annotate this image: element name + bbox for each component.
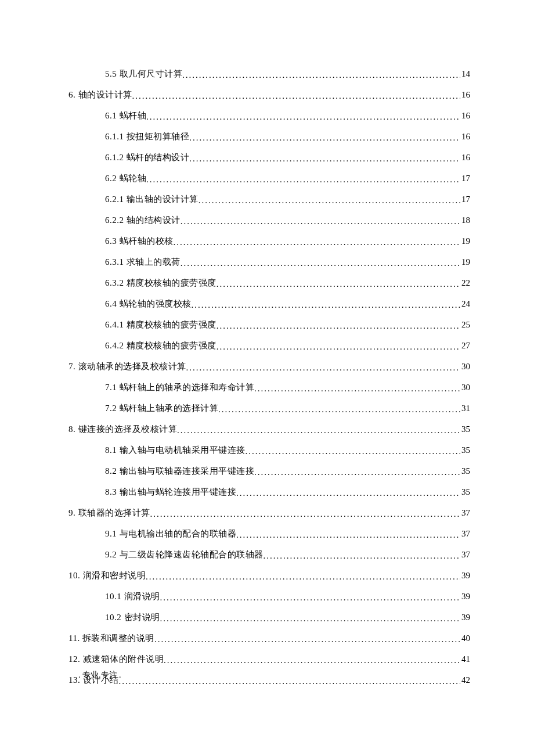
toc-leader-dots: [217, 321, 460, 330]
toc-entry: 10.2 密封说明 39: [68, 612, 470, 623]
toc-label: 5.5 取几何尺寸计算: [105, 69, 182, 80]
toc-entry: 10.1 润滑说明 39: [68, 591, 470, 602]
toc-label: 6.2.2 轴的结构设计: [105, 215, 181, 226]
toc-page-number: 24: [460, 299, 470, 309]
toc-entry: 8. 键连接的选择及校核计算 35: [68, 424, 470, 435]
toc-leader-dots: [186, 363, 461, 372]
toc-page-number: 35: [460, 466, 470, 476]
toc-leader-dots: [160, 593, 461, 602]
toc-page-number: 41: [460, 654, 470, 664]
toc-label: 6.4 蜗轮轴的强度校核: [105, 298, 192, 309]
toc-leader-dots: [150, 509, 461, 519]
toc-label: 6.2 蜗轮轴: [105, 173, 146, 184]
toc-entry: 6.2.1 输出轴的设计计算 17: [68, 194, 470, 205]
toc-page-number: 18: [460, 215, 470, 225]
toc-leader-dots: [217, 279, 460, 289]
toc-page-number: 17: [460, 174, 470, 183]
toc-label: 6.4.1 精度校核轴的疲劳强度: [105, 319, 217, 330]
toc-entry: 9.2 与二级齿轮降速齿轮轴配合的联轴器 37: [68, 549, 470, 560]
toc-entry: 6.3 蜗杆轴的校核 19: [68, 236, 470, 247]
toc-label: 7.2 蜗杆轴上轴承的选择计算: [105, 403, 218, 414]
toc-entry: 6.4.2 精度校核轴的疲劳强度 27: [68, 340, 470, 351]
table-of-contents: 5.5 取几何尺寸计算 146. 轴的设计计算 166.1 蜗杆轴 166.1.…: [68, 69, 470, 686]
toc-entry: 11. 拆装和调整的说明 40: [68, 633, 470, 644]
toc-page-number: 35: [460, 487, 470, 497]
toc-page-number: 40: [460, 633, 470, 643]
document-page: 5.5 取几何尺寸计算 146. 轴的设计计算 166.1 蜗杆轴 166.1.…: [0, 0, 534, 756]
toc-page-number: 30: [460, 383, 470, 393]
toc-label: 8.3 输出轴与蜗轮连接用平键连接: [105, 487, 236, 498]
page-footer: . 专业.专注 .: [78, 670, 121, 681]
toc-leader-dots: [182, 70, 460, 80]
toc-page-number: 39: [460, 613, 470, 622]
toc-leader-dots: [146, 175, 460, 184]
toc-label: 10.1 润滑说明: [105, 591, 160, 602]
toc-page-number: 37: [460, 529, 470, 539]
toc-leader-dots: [218, 405, 460, 414]
toc-page-number: 22: [460, 278, 470, 288]
toc-label: 10. 润滑和密封说明: [68, 570, 146, 581]
toc-leader-dots: [236, 530, 460, 539]
toc-entry: 6.1.2 蜗杆的结构设计 16: [68, 152, 470, 163]
toc-leader-dots: [246, 447, 461, 456]
toc-page-number: 16: [460, 111, 470, 121]
toc-page-number: 16: [460, 132, 470, 142]
toc-label: 9.2 与二级齿轮降速齿轮轴配合的联轴器: [105, 549, 264, 560]
toc-label: 6.4.2 精度校核轴的疲劳强度: [105, 340, 217, 351]
toc-entry: 8.1 输入轴与电动机轴采用平键连接 35: [68, 445, 470, 456]
toc-entry: 7.2 蜗杆轴上轴承的选择计算 31: [68, 403, 470, 414]
toc-leader-dots: [189, 154, 460, 163]
toc-leader-dots: [199, 196, 460, 205]
toc-page-number: 37: [460, 550, 470, 560]
toc-entry: 8.2 输出轴与联轴器连接采用平键连接 35: [68, 466, 470, 477]
toc-entry: 6.4 蜗轮轴的强度校核 24: [68, 298, 470, 309]
toc-leader-dots: [177, 426, 460, 435]
toc-entry: 8.3 输出轴与蜗轮连接用平键连接 35: [68, 487, 470, 498]
toc-label: 8. 键连接的选择及校核计算: [68, 424, 177, 435]
toc-entry: 13. 设计小结 42: [68, 675, 470, 686]
toc-leader-dots: [154, 635, 460, 644]
toc-page-number: 35: [460, 424, 470, 434]
toc-entry: 6.3.1 求轴上的载荷 19: [68, 257, 470, 268]
toc-entry: 6. 轴的设计计算 16: [68, 89, 470, 100]
toc-label: 6.2.1 输出轴的设计计算: [105, 194, 199, 205]
toc-page-number: 30: [460, 362, 470, 372]
toc-label: 11. 拆装和调整的说明: [68, 633, 154, 644]
toc-page-number: 37: [460, 508, 470, 518]
toc-entry: 9.1 与电机输出轴的配合的联轴器 37: [68, 528, 470, 539]
toc-entry: 10. 润滑和密封说明 39: [68, 570, 470, 581]
toc-page-number: 19: [460, 236, 470, 246]
toc-leader-dots: [192, 300, 461, 309]
toc-entry: 7. 滚动轴承的选择及校核计算 30: [68, 361, 470, 372]
toc-entry: 6.4.1 精度校核轴的疲劳强度 25: [68, 319, 470, 330]
toc-page-number: 17: [460, 195, 470, 204]
toc-page-number: 39: [460, 592, 470, 602]
toc-leader-dots: [181, 258, 460, 268]
toc-entry: 6.2 蜗轮轴 17: [68, 173, 470, 184]
toc-leader-dots: [119, 676, 461, 686]
toc-page-number: 27: [460, 341, 470, 351]
toc-entry: 9. 联轴器的选择计算 37: [68, 507, 470, 519]
toc-leader-dots: [254, 467, 460, 477]
toc-label: 12. 减速箱体的附件说明: [68, 654, 164, 665]
toc-entry: 6.1 蜗杆轴 16: [68, 110, 470, 121]
toc-page-number: 35: [460, 445, 470, 455]
toc-page-number: 16: [460, 90, 470, 100]
toc-page-number: 39: [460, 571, 470, 581]
toc-leader-dots: [189, 133, 460, 142]
toc-label: 6. 轴的设计计算: [68, 89, 132, 100]
toc-label: 7.1 蜗杆轴上的轴承的选择和寿命计算: [105, 382, 254, 393]
toc-page-number: 14: [460, 69, 470, 79]
toc-leader-dots: [146, 112, 460, 121]
toc-leader-dots: [217, 342, 460, 351]
toc-entry: 6.3.2 精度校核轴的疲劳强度 22: [68, 278, 470, 289]
toc-entry: 7.1 蜗杆轴上的轴承的选择和寿命计算 30: [68, 382, 470, 393]
toc-label: 6.3 蜗杆轴的校核: [105, 236, 174, 247]
toc-leader-dots: [264, 551, 461, 560]
toc-label: 6.1.1 按扭矩初算轴径: [105, 131, 189, 142]
toc-label: 8.2 输出轴与联轴器连接采用平键连接: [105, 466, 254, 477]
toc-label: 9.1 与电机输出轴的配合的联轴器: [105, 528, 236, 539]
toc-leader-dots: [160, 614, 461, 623]
toc-page-number: 42: [460, 675, 470, 685]
toc-page-number: 16: [460, 153, 470, 163]
